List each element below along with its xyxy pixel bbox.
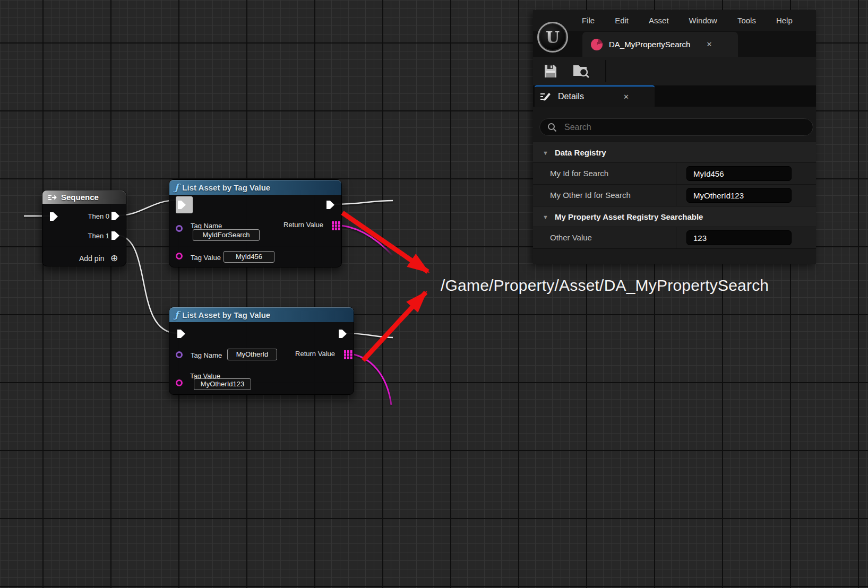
node1-title: List Asset by Tag Value: [182, 183, 270, 192]
unreal-logo: U: [537, 22, 568, 53]
search-box[interactable]: [539, 118, 813, 136]
then0-pin-label: Then 0: [88, 212, 109, 220]
menu-help[interactable]: Help: [776, 16, 793, 25]
node2-tag-name-pin[interactable]: [176, 351, 183, 358]
chevron-down-icon[interactable]: ▼: [543, 150, 548, 156]
sequence-node[interactable]: Sequence Then 0 Then 1 Add pin ⊕: [42, 190, 126, 266]
my-other-id-for-search-input[interactable]: [686, 188, 792, 203]
node2-exec-in-pin[interactable]: [177, 330, 185, 338]
my-id-for-search-label: My Id for Search: [550, 169, 608, 178]
node2-tag-value-pin[interactable]: [176, 379, 183, 386]
asset-tab-bar: DA_MyPropertySearch ✕: [533, 31, 816, 57]
browse-to-asset-button[interactable]: [572, 62, 590, 80]
other-value-label: Other Value: [550, 233, 592, 242]
data-asset-pie-icon: [591, 39, 603, 50]
node2-exec-out-pin[interactable]: [339, 330, 347, 338]
node1-tag-name-field[interactable]: MyIdForSearch: [193, 229, 260, 241]
menu-edit[interactable]: Edit: [615, 16, 629, 25]
add-pin-label[interactable]: Add pin: [79, 254, 104, 263]
node1-tag-value-field[interactable]: MyId456: [224, 251, 274, 263]
node2-return-value-label: Return Value: [295, 350, 335, 358]
menu-tools[interactable]: Tools: [737, 16, 756, 25]
node1-tag-name-pin[interactable]: [176, 225, 183, 232]
node1-return-value-pin[interactable]: [332, 221, 334, 224]
sequence-exec-in-pin[interactable]: [50, 212, 58, 221]
editor-window[interactable]: File Edit Asset Window Tools Help DA_MyP…: [533, 10, 816, 264]
save-button[interactable]: [542, 62, 560, 80]
details-tab-close-icon[interactable]: ✕: [623, 93, 629, 101]
node2-header[interactable]: ƒ List Asset by Tag Value: [169, 307, 354, 322]
list-asset-by-tag-value-node-1[interactable]: ƒ List Asset by Tag Value Tag Name MyIdF…: [169, 179, 342, 267]
section-searchable-title: My Property Asset Registry Searchable: [555, 212, 703, 221]
red-arrow-from-node2: [363, 292, 426, 360]
blueprint-graph-canvas[interactable]: Sequence Then 0 Then 1 Add pin ⊕ ƒ List …: [0, 0, 868, 588]
asset-tab-title: DA_MyPropertySearch: [609, 40, 690, 49]
details-tab[interactable]: Details ✕: [535, 85, 655, 107]
chevron-down-icon[interactable]: ▼: [543, 214, 548, 220]
menu-window[interactable]: Window: [689, 16, 717, 25]
return-wire-node1: [334, 225, 393, 256]
column-divider[interactable]: [676, 185, 676, 206]
search-input[interactable]: [563, 122, 788, 133]
add-pin-icon[interactable]: ⊕: [110, 254, 118, 263]
exec-wire-node1-out: [334, 201, 393, 204]
property-row-my-other-id: My Other Id for Search: [533, 184, 816, 206]
my-other-id-for-search-label: My Other Id for Search: [550, 191, 631, 200]
sequence-node-title: Sequence: [61, 193, 99, 202]
folder-search-icon: [573, 63, 590, 79]
sequence-node-header[interactable]: Sequence: [42, 191, 126, 204]
unreal-logo-letter: U: [546, 28, 560, 47]
property-row-other-value: Other Value: [533, 227, 816, 249]
then1-pin-label: Then 1: [88, 232, 109, 240]
search-row: [533, 107, 816, 142]
node1-return-value-label: Return Value: [283, 221, 323, 229]
sequence-icon: [48, 194, 57, 201]
search-icon: [547, 123, 557, 132]
node2-tag-name-label: Tag Name: [191, 351, 222, 359]
details-tab-title: Details: [558, 92, 584, 101]
list-asset-by-tag-value-node-2[interactable]: ƒ List Asset by Tag Value Tag Name MyOth…: [169, 307, 354, 395]
node2-tag-name-field[interactable]: MyOtherId: [227, 349, 277, 360]
node2-title: List Asset by Tag Value: [182, 310, 270, 319]
asset-tab[interactable]: DA_MyPropertySearch ✕: [582, 32, 738, 57]
node2-tag-value-field[interactable]: MyOtherId123: [194, 378, 251, 390]
node1-tag-value-label: Tag Value: [191, 254, 221, 262]
node2-return-value-pin[interactable]: [344, 350, 347, 353]
asset-tab-close-icon[interactable]: ✕: [706, 40, 712, 48]
section-data-registry-title: Data Registry: [555, 148, 606, 157]
menu-file[interactable]: File: [582, 16, 595, 25]
node1-exec-out-pin[interactable]: [326, 201, 334, 209]
menu-asset[interactable]: Asset: [649, 16, 669, 25]
function-icon: ƒ: [175, 183, 178, 192]
save-icon: [544, 64, 557, 79]
node1-header[interactable]: ƒ List Asset by Tag Value: [169, 180, 341, 195]
section-searchable[interactable]: ▼ My Property Asset Registry Searchable: [533, 206, 816, 227]
function-icon: ƒ: [175, 310, 178, 319]
node1-tag-value-pin[interactable]: [176, 253, 183, 260]
other-value-input[interactable]: [686, 230, 792, 245]
my-id-for-search-input[interactable]: [686, 166, 792, 181]
then1-exec-out-pin[interactable]: [111, 231, 119, 240]
red-arrow-from-node1: [342, 213, 428, 272]
section-data-registry[interactable]: ▼ Data Registry: [533, 142, 816, 163]
asset-path-annotation: /Game/Property/Asset/DA_MyPropertySearch: [441, 276, 769, 295]
toolbar-separator: [605, 60, 606, 82]
column-divider[interactable]: [676, 227, 676, 249]
column-divider[interactable]: [676, 163, 676, 185]
details-pencil-icon: [540, 91, 552, 102]
toolbar: [533, 57, 816, 85]
panel-footer: [533, 248, 816, 264]
menu-bar: File Edit Asset Window Tools Help: [533, 10, 816, 31]
node1-tag-name-label: Tag Name: [191, 222, 222, 230]
then0-exec-out-pin[interactable]: [111, 212, 119, 220]
property-row-my-id: My Id for Search: [533, 162, 816, 185]
details-tab-bar: Details ✕: [533, 85, 816, 107]
